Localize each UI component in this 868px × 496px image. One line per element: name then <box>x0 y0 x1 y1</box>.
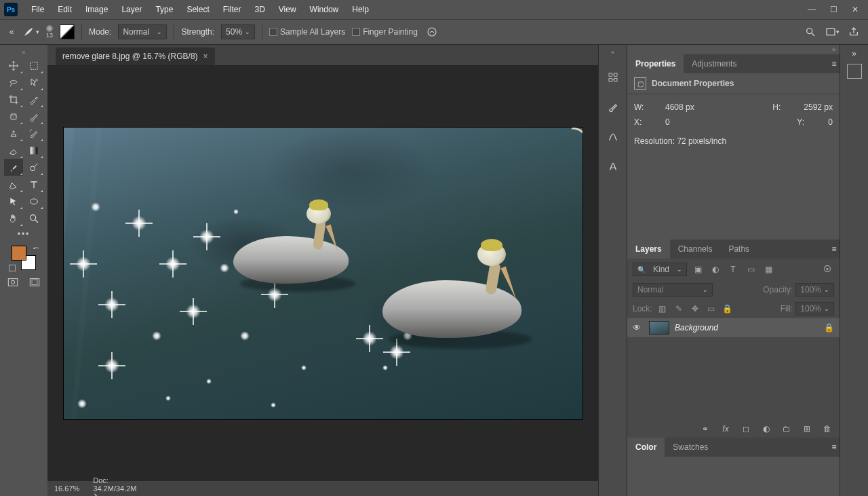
shape-tool[interactable] <box>24 193 43 210</box>
panel-menu-icon[interactable]: ≡ <box>829 59 840 69</box>
document-tab[interactable]: remove glare 8.jpg @ 16.7% (RGB/8) × <box>56 47 215 65</box>
crop-tool[interactable] <box>4 91 23 108</box>
collapse-options-icon[interactable]: « <box>7 27 16 37</box>
move-tool[interactable] <box>4 57 23 74</box>
smudge-tool[interactable] <box>4 159 23 176</box>
menu-filter[interactable]: Filter <box>216 0 248 19</box>
close-tab-icon[interactable]: × <box>203 52 208 61</box>
menu-3d[interactable]: 3D <box>248 0 271 19</box>
filter-smart-icon[interactable]: ▦ <box>762 263 775 275</box>
lasso-tool[interactable] <box>4 74 23 91</box>
edit-toolbar-icon[interactable]: ••• <box>18 227 31 242</box>
lock-all-icon[interactable]: 🔒 <box>722 303 734 315</box>
spot-heal-tool[interactable] <box>4 108 23 125</box>
menu-file[interactable]: File <box>24 0 51 19</box>
panel-menu-icon[interactable]: ≡ <box>829 442 840 452</box>
screen-mode-toggle-icon[interactable] <box>27 275 42 289</box>
filter-adjust-icon[interactable]: ◐ <box>709 263 722 275</box>
gradient-tool[interactable] <box>24 142 43 159</box>
brushes-panel-icon[interactable] <box>605 99 621 115</box>
sample-all-layers-checkbox[interactable]: Sample All Layers <box>269 27 345 37</box>
menu-image[interactable]: Image <box>79 0 115 19</box>
collapse-dock-icon[interactable]: « <box>611 49 614 56</box>
collapse-tool-panel-icon[interactable]: « <box>0 47 47 57</box>
opacity-input[interactable]: 100%⌄ <box>795 283 834 297</box>
filter-shape-icon[interactable]: ▭ <box>744 263 757 275</box>
strength-input[interactable]: 50% ⌄ <box>221 24 255 39</box>
window-close-icon[interactable]: ✕ <box>846 3 864 16</box>
link-layers-icon[interactable]: ⚭ <box>700 424 711 434</box>
tab-adjustments[interactable]: Adjustments <box>684 54 745 73</box>
menu-select[interactable]: Select <box>180 0 216 19</box>
zoom-tool[interactable] <box>24 210 43 227</box>
dodge-tool[interactable] <box>24 159 43 176</box>
window-restore-icon[interactable]: ☐ <box>825 3 842 16</box>
layer-filter-kind[interactable]: 🔍 Kind ⌄ <box>633 263 687 276</box>
current-tool-icon[interactable]: ▾ <box>23 24 39 40</box>
collapse-panels-icon[interactable]: » <box>627 45 840 54</box>
swap-colors-icon[interactable]: ⤺ <box>33 244 39 252</box>
window-minimize-icon[interactable]: — <box>803 3 821 16</box>
menu-view[interactable]: View <box>272 0 303 19</box>
character-panel-icon[interactable] <box>605 159 621 175</box>
new-layer-icon[interactable]: ⊞ <box>802 424 812 434</box>
layer-lock-icon[interactable]: 🔒 <box>824 323 834 332</box>
history-brush-tool[interactable] <box>24 125 43 142</box>
eyedropper-tool[interactable] <box>24 91 43 108</box>
lock-pixels-icon[interactable]: ✎ <box>673 303 685 315</box>
layer-name[interactable]: Background <box>675 323 818 332</box>
tab-paths[interactable]: Paths <box>720 240 757 259</box>
pressure-size-icon[interactable] <box>425 24 439 39</box>
mode-select[interactable]: Normal ⌄ <box>118 24 167 39</box>
menu-type[interactable]: Type <box>149 0 180 19</box>
brush-preset-picker[interactable]: 13 <box>46 25 53 39</box>
quick-select-tool[interactable] <box>24 74 43 91</box>
tab-channels[interactable]: Channels <box>670 240 721 259</box>
layer-visibility-icon[interactable]: 👁 <box>633 323 644 332</box>
lock-position-icon[interactable]: ✥ <box>689 303 701 315</box>
filter-type-icon[interactable]: T <box>726 263 740 275</box>
filter-toggle-icon[interactable]: ⦿ <box>821 263 834 275</box>
menu-window[interactable]: Window <box>303 0 346 19</box>
layer-mask-icon[interactable]: ◻ <box>741 424 751 434</box>
blend-mode-select[interactable]: Normal ⌄ <box>633 283 713 297</box>
status-more-icon[interactable]: ❯ <box>93 493 99 497</box>
path-select-tool[interactable] <box>4 193 23 210</box>
finger-painting-checkbox[interactable]: Finger Painting <box>352 27 418 37</box>
libraries-panel-icon[interactable] <box>847 64 862 79</box>
collapse-far-dock-icon[interactable]: » <box>852 49 856 58</box>
delete-layer-icon[interactable]: 🗑 <box>822 424 833 434</box>
share-icon[interactable] <box>846 24 861 39</box>
pen-tool[interactable] <box>4 176 23 193</box>
panel-menu-icon[interactable]: ≡ <box>829 244 840 254</box>
brush-tool[interactable] <box>24 108 43 125</box>
tab-properties[interactable]: Properties <box>627 54 684 73</box>
tab-color[interactable]: Color <box>627 438 665 457</box>
menu-help[interactable]: Help <box>345 0 376 19</box>
layer-row[interactable]: 👁 Background 🔒 <box>627 318 840 337</box>
fill-input[interactable]: 100%⌄ <box>795 302 834 316</box>
layer-group-icon[interactable]: 🗀 <box>781 424 792 434</box>
eraser-tool[interactable] <box>4 142 23 159</box>
marquee-tool[interactable] <box>24 57 43 74</box>
brush-hardness-swatch[interactable] <box>60 24 75 39</box>
default-colors-icon[interactable] <box>9 265 16 271</box>
filter-pixel-icon[interactable]: ▣ <box>691 263 705 275</box>
menu-layer[interactable]: Layer <box>115 0 149 19</box>
type-tool[interactable] <box>24 176 43 193</box>
layer-fx-icon[interactable]: fx <box>720 424 731 434</box>
lock-transparent-icon[interactable]: ▥ <box>656 303 669 315</box>
quick-mask-icon[interactable] <box>5 275 20 289</box>
history-panel-icon[interactable] <box>605 69 621 85</box>
adjustment-layer-icon[interactable]: ◐ <box>761 424 772 434</box>
canvas[interactable] <box>64 128 583 419</box>
zoom-value[interactable]: 16.67% <box>54 484 79 493</box>
tab-layers[interactable]: Layers <box>627 240 670 259</box>
search-icon[interactable] <box>803 24 818 39</box>
foreground-color[interactable] <box>12 246 26 261</box>
screen-mode-icon[interactable]: ▾ <box>825 24 840 39</box>
lock-artboard-icon[interactable]: ▭ <box>705 303 717 315</box>
hand-tool[interactable] <box>4 210 23 227</box>
menu-edit[interactable]: Edit <box>51 0 79 19</box>
brush-settings-panel-icon[interactable] <box>605 129 621 145</box>
